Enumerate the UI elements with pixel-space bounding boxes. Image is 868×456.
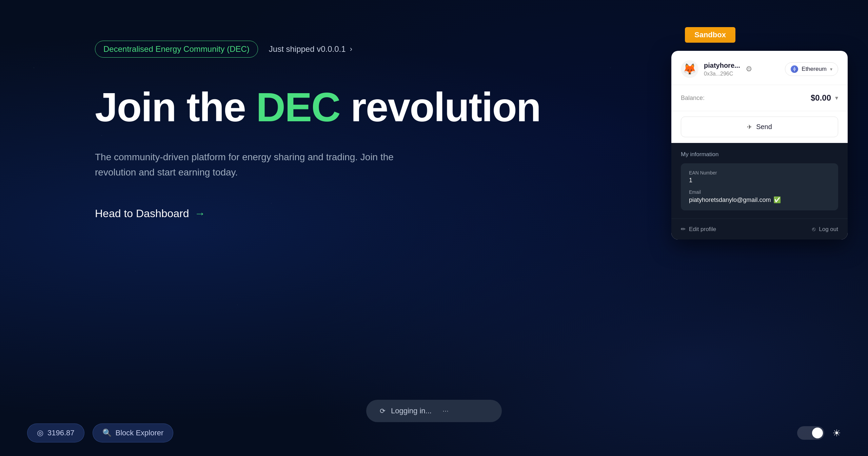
dashboard-link[interactable]: Head to Dashboard → <box>95 207 665 220</box>
wallet-address: 0x3a...296C <box>704 71 740 77</box>
wallet-card: 🦊 piatyhore... 0x3a...296C ⚙ ⟠ Ethereum … <box>671 51 848 240</box>
edit-icon: ✏ <box>681 226 686 233</box>
hero-title-highlight: DEC <box>256 84 340 130</box>
wallet-identity: 🦊 piatyhore... 0x3a...296C ⚙ <box>681 60 755 78</box>
ethereum-icon: ⟠ <box>791 65 798 73</box>
hero-title-part2: revolution <box>340 84 540 130</box>
my-info-title: My information <box>681 151 838 158</box>
gear-icon[interactable]: ⚙ <box>746 65 752 74</box>
send-button-wrapper: ✈ Send <box>671 111 848 143</box>
avatar: 🦊 <box>681 60 698 78</box>
network-selector[interactable]: ⟠ Ethereum ▾ <box>785 62 838 76</box>
log-out-label: Log out <box>819 226 838 233</box>
edit-profile-button[interactable]: ✏ Edit profile <box>681 226 716 233</box>
left-content: Decentralised Energy Community (DEC) Jus… <box>0 0 665 456</box>
verified-icon: ✅ <box>773 196 781 204</box>
wallet-footer: ✏ Edit profile ⎋ Log out <box>671 219 848 240</box>
email-label: Email <box>689 189 830 195</box>
wallet-header: 🦊 piatyhore... 0x3a...296C ⚙ ⟠ Ethereum … <box>671 51 848 85</box>
chevron-right-icon: › <box>350 45 352 54</box>
chevron-down-icon: ▾ <box>830 66 832 72</box>
info-card: EAN Number 1 Email piatyhoretsdanylo@gma… <box>681 163 838 210</box>
send-icon: ✈ <box>747 123 752 131</box>
balance-label: Balance: <box>681 95 705 102</box>
logout-icon: ⎋ <box>812 226 815 233</box>
edit-profile-label: Edit profile <box>689 226 716 233</box>
send-button-label: Send <box>756 123 772 131</box>
right-panel: Sandbox 🦊 piatyhore... 0x3a...296C ⚙ ⟠ <box>665 0 868 456</box>
dashboard-link-text: Head to Dashboard <box>95 207 189 220</box>
balance-chevron-icon[interactable]: ▾ <box>835 94 838 102</box>
hero-title-part1: Join the <box>95 84 256 130</box>
balance-amount: $0.00 <box>811 93 831 103</box>
network-label: Ethereum <box>802 66 827 72</box>
ean-label: EAN Number <box>689 170 830 175</box>
dashboard-arrow-icon: → <box>195 207 205 220</box>
email-value: piatyhoretsdanylo@gmail.com ✅ <box>689 196 830 204</box>
email-field: Email piatyhoretsdanylo@gmail.com ✅ <box>689 189 830 204</box>
top-badges: Decentralised Energy Community (DEC) Jus… <box>95 41 665 58</box>
balance-row: $0.00 ▾ <box>811 93 838 103</box>
ean-value: 1 <box>689 177 830 184</box>
send-button[interactable]: ✈ Send <box>681 117 838 137</box>
email-text: piatyhoretsdanylo@gmail.com <box>689 196 771 204</box>
shipped-label: Just shipped v0.0.0.1 <box>269 44 346 54</box>
metamask-fox-icon: 🦊 <box>683 63 696 76</box>
shipped-badge: Just shipped v0.0.0.1 › <box>269 44 352 54</box>
balance-section: Balance: $0.00 ▾ <box>671 85 848 111</box>
my-info-section: My information EAN Number 1 Email piatyh… <box>671 143 848 219</box>
dec-badge[interactable]: Decentralised Energy Community (DEC) <box>95 41 258 58</box>
main-container: Decentralised Energy Community (DEC) Jus… <box>0 0 868 456</box>
wallet-name: piatyhore... <box>704 62 740 69</box>
wallet-info: piatyhore... 0x3a...296C <box>704 62 740 77</box>
sandbox-badge: Sandbox <box>685 27 735 43</box>
hero-description: The community-driven platform for energy… <box>95 150 400 180</box>
ean-field: EAN Number 1 <box>689 170 830 184</box>
log-out-button[interactable]: ⎋ Log out <box>812 226 838 233</box>
hero-title: Join the DEC revolution <box>95 85 665 129</box>
